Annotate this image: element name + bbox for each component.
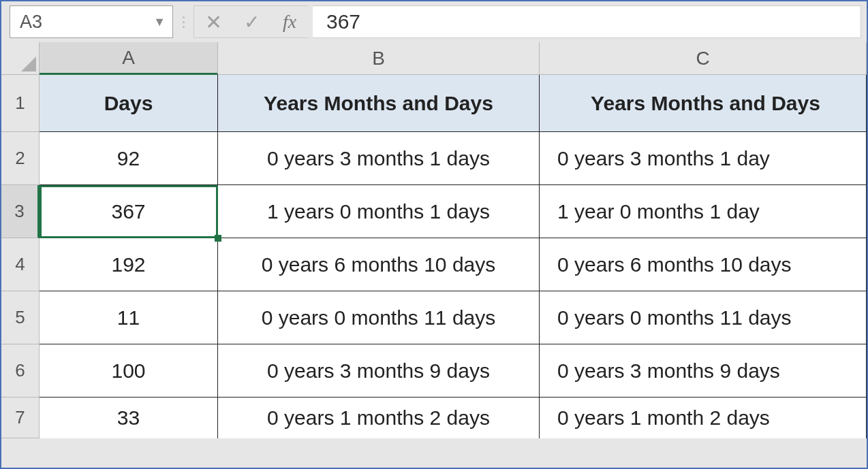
formula-input[interactable]: 367 (313, 5, 861, 38)
row-header-5[interactable]: 5 (1, 291, 40, 344)
table-row: 6 100 0 years 3 months 9 days 0 years 3 … (1, 344, 867, 398)
row-number: 5 (15, 307, 25, 328)
cell-value: 0 years 1 months 2 days (267, 406, 490, 430)
name-box-value: A3 (20, 12, 42, 33)
cell-C3[interactable]: 1 year 0 months 1 day (540, 185, 867, 238)
cell-value: 1 years 0 months 1 days (267, 200, 490, 223)
cell-value: 192 (111, 253, 145, 276)
cell-value: Years Months and Days (591, 92, 820, 115)
table-row: 4 192 0 years 6 months 10 days 0 years 6… (1, 238, 867, 291)
cell-value: 0 years 3 months 9 days (557, 359, 780, 383)
row-header-6[interactable]: 6 (1, 344, 40, 398)
cell-value: 0 years 6 months 10 days (262, 253, 496, 276)
fill-handle[interactable] (215, 235, 221, 242)
table-row: 2 92 0 years 3 months 1 days 0 years 3 m… (1, 132, 867, 185)
cell-value: Years Months and Days (264, 92, 493, 115)
cell-value: 1 year 0 months 1 day (557, 200, 760, 223)
cell-A5[interactable]: 11 (40, 291, 218, 344)
fx-icon: fx (283, 11, 296, 33)
cancel-button[interactable]: ✕ (194, 6, 232, 37)
cell-B7[interactable]: 0 years 1 months 2 days (218, 398, 540, 438)
cell-A1[interactable]: Days (40, 75, 218, 132)
formula-bar: A3 ▼ ✕ ✓ fx 367 (1, 1, 867, 42)
cell-A6[interactable]: 100 (40, 344, 218, 398)
name-box[interactable]: A3 ▼ (10, 5, 173, 38)
row-header-1[interactable]: 1 (1, 75, 40, 132)
row-header-2[interactable]: 2 (1, 132, 40, 185)
cell-B5[interactable]: 0 years 0 months 11 days (218, 291, 540, 344)
cell-value: 0 years 0 months 11 days (557, 306, 792, 329)
insert-function-button[interactable]: fx (270, 6, 309, 37)
column-header-C[interactable]: C (540, 42, 867, 75)
row-number: 4 (15, 254, 25, 275)
cell-B6[interactable]: 0 years 3 months 9 days (218, 344, 540, 398)
row-number: 6 (15, 360, 25, 381)
cell-C7[interactable]: 0 years 1 month 2 days (540, 398, 867, 438)
cell-value: 0 years 0 months 11 days (262, 306, 496, 329)
cell-value: 92 (117, 147, 140, 170)
check-icon: ✓ (244, 11, 260, 33)
x-icon: ✕ (205, 10, 222, 34)
column-header-B[interactable]: B (218, 42, 540, 75)
select-all-triangle[interactable] (1, 42, 40, 75)
formula-value: 367 (326, 10, 360, 33)
cell-C6[interactable]: 0 years 3 months 9 days (540, 344, 867, 398)
cell-value: Days (104, 92, 153, 115)
cell-value: 33 (117, 406, 140, 430)
column-label: C (696, 48, 709, 69)
row-header-7[interactable]: 7 (1, 398, 40, 438)
cell-B2[interactable]: 0 years 3 months 1 days (218, 132, 540, 185)
cell-C5[interactable]: 0 years 0 months 11 days (540, 291, 867, 344)
cell-value: 367 (111, 200, 145, 223)
cell-B1[interactable]: Years Months and Days (218, 75, 540, 132)
cell-C4[interactable]: 0 years 6 months 10 days (540, 238, 867, 291)
table-row: 5 11 0 years 0 months 11 days 0 years 0 … (1, 291, 867, 344)
cell-A2[interactable]: 92 (40, 132, 218, 185)
cell-value: 0 years 1 month 2 days (557, 406, 770, 430)
cell-C1[interactable]: Years Months and Days (540, 75, 867, 132)
cell-value: 0 years 3 months 1 day (557, 147, 770, 170)
cell-value: 0 years 6 months 10 days (557, 253, 792, 276)
cell-value: 11 (117, 306, 140, 329)
column-label: A (122, 47, 135, 69)
table-row: 1 Days Years Months and Days Years Month… (1, 75, 867, 132)
cell-C2[interactable]: 0 years 3 months 1 day (540, 132, 867, 185)
cell-value: 100 (111, 359, 145, 383)
chevron-down-icon[interactable]: ▼ (153, 15, 166, 29)
row-number: 7 (15, 407, 25, 428)
table-row: 3 367 1 years 0 months 1 days 1 year 0 m… (1, 185, 867, 238)
table-row: 7 33 0 years 1 months 2 days 0 years 1 m… (1, 398, 867, 438)
column-header-A[interactable]: A (40, 42, 218, 75)
column-headers: A B C (1, 42, 867, 75)
row-number: 2 (15, 148, 25, 169)
cell-B4[interactable]: 0 years 6 months 10 days (218, 238, 540, 291)
row-header-3[interactable]: 3 (1, 185, 40, 238)
row-number: 3 (14, 201, 24, 222)
cell-A7[interactable]: 33 (40, 398, 218, 438)
formula-bar-grip[interactable] (177, 5, 189, 38)
cell-value: 0 years 3 months 1 days (267, 147, 490, 170)
cell-value: 0 years 3 months 9 days (267, 359, 490, 383)
cell-B3[interactable]: 1 years 0 months 1 days (218, 185, 540, 238)
spreadsheet-grid: A B C 1 Days Years Months and Days Years… (1, 42, 867, 438)
row-header-4[interactable]: 4 (1, 238, 40, 291)
enter-button[interactable]: ✓ (232, 6, 270, 37)
formula-bar-controls: ✕ ✓ fx (193, 5, 309, 38)
column-label: B (372, 48, 385, 69)
cell-A4[interactable]: 192 (40, 238, 218, 291)
cell-A3[interactable]: 367 (40, 185, 218, 238)
